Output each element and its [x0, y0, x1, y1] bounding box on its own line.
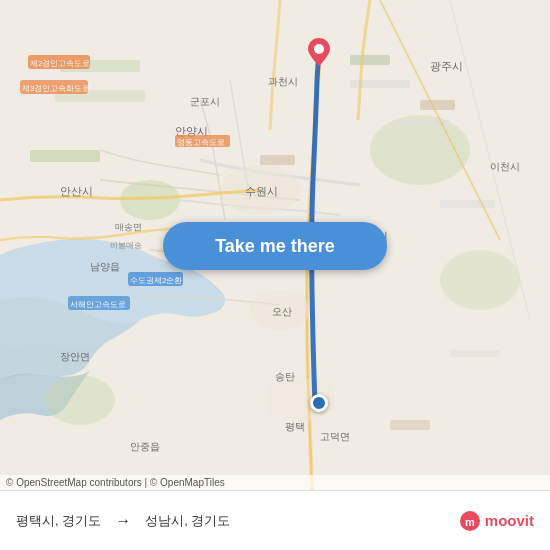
svg-point-10 — [45, 375, 115, 425]
svg-text:군포시: 군포시 — [190, 96, 220, 107]
moovit-logo-text: moovit — [485, 512, 534, 529]
svg-text:수원시: 수원시 — [245, 185, 278, 197]
map-container: 안양시 수원시 용인시 오산 송탄 평택 안산시 남양읍 장안면 안중읍 과천시… — [0, 0, 550, 490]
svg-text:영동고속도로: 영동고속도로 — [177, 138, 225, 147]
svg-text:광주시: 광주시 — [430, 60, 463, 72]
svg-text:평택: 평택 — [285, 421, 305, 432]
direction-arrow: → — [115, 512, 131, 530]
svg-rect-13 — [440, 200, 495, 208]
svg-text:서해안고속도로: 서해안고속도로 — [70, 300, 126, 309]
svg-text:비봉매송: 비봉매송 — [110, 241, 142, 250]
svg-rect-18 — [390, 420, 430, 430]
take-me-there-button[interactable]: Take me there — [163, 222, 387, 270]
svg-text:안중읍: 안중읍 — [130, 441, 160, 452]
svg-rect-16 — [260, 155, 295, 165]
attribution-text: © OpenStreetMap contributors | © OpenMap… — [6, 477, 225, 488]
destination-location: 성남시, 경기도 — [145, 512, 230, 530]
svg-text:과천시: 과천시 — [268, 76, 298, 87]
destination-pin — [308, 38, 330, 66]
svg-rect-17 — [420, 100, 455, 110]
moovit-logo: m moovit — [459, 510, 534, 532]
svg-text:송탄: 송탄 — [275, 371, 295, 382]
map-attribution: © OpenStreetMap contributors | © OpenMap… — [0, 475, 550, 490]
svg-rect-15 — [350, 55, 390, 65]
svg-text:고덕면: 고덕면 — [320, 431, 350, 442]
svg-text:남양읍: 남양읍 — [90, 261, 120, 272]
bottom-bar: 평택시, 경기도 → 성남시, 경기도 m moovit — [0, 490, 550, 550]
svg-text:장안면: 장안면 — [60, 351, 90, 362]
svg-text:매송면: 매송면 — [115, 222, 142, 232]
origin-location: 평택시, 경기도 — [16, 512, 101, 530]
svg-text:안산시: 안산시 — [60, 185, 93, 197]
svg-text:오산: 오산 — [272, 306, 292, 317]
svg-point-9 — [440, 250, 520, 310]
svg-text:수도권제2순환: 수도권제2순환 — [130, 276, 182, 285]
svg-rect-14 — [450, 350, 500, 357]
svg-rect-3 — [30, 150, 100, 162]
svg-text:m: m — [465, 515, 475, 527]
take-me-there-label: Take me there — [215, 236, 335, 257]
svg-text:이천시: 이천시 — [490, 161, 520, 172]
moovit-logo-icon: m — [459, 510, 481, 532]
svg-text:제3경인고속화도로: 제3경인고속화도로 — [22, 84, 90, 93]
svg-text:제2경인고속도로: 제2경인고속도로 — [30, 59, 90, 68]
origin-pin — [310, 394, 328, 412]
svg-point-46 — [314, 44, 324, 54]
